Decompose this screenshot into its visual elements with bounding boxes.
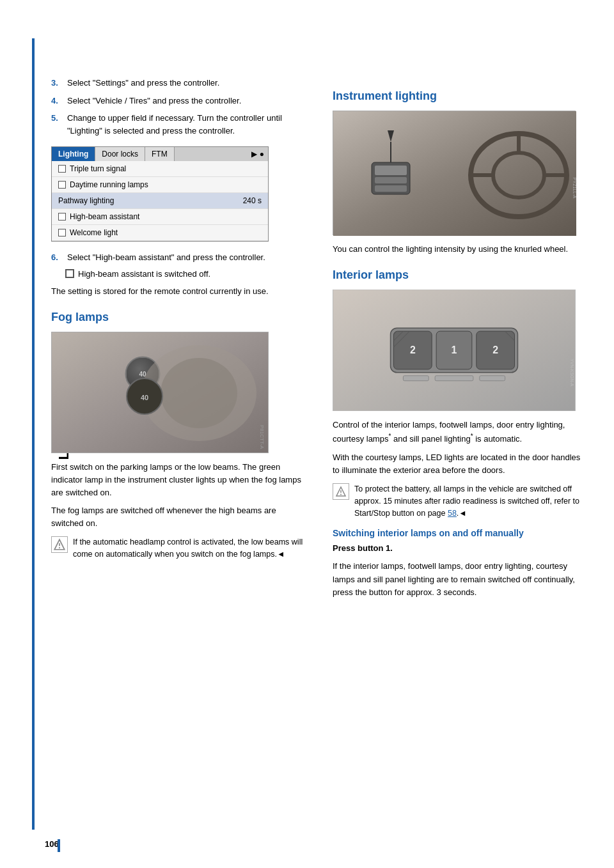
instrument-image: PYZ1LL-A (333, 111, 576, 235)
page-number: 106 (45, 839, 59, 849)
menu-circle-icon: ● (260, 150, 264, 159)
left-column: 3. Select "Settings" and press the contr… (45, 38, 320, 642)
step-6: 6. Select "High-beam assistant" and pres… (51, 251, 307, 264)
menu-tab-doorlocks: Door locks (95, 147, 145, 161)
right-column: Instrument lighting (320, 38, 601, 642)
page-blue-bar (32, 38, 35, 830)
interior-info-text: To protect the battery, all lamps in the… (354, 483, 588, 519)
setting-stored-text: The setting is stored for the remote con… (51, 285, 307, 298)
menu-arrow-icon: ▶ (251, 150, 257, 159)
interior-heading: Interior lamps (333, 268, 588, 282)
svg-rect-33 (403, 376, 429, 381)
instrument-heading: Instrument lighting (333, 89, 588, 103)
svg-rect-35 (480, 376, 505, 381)
step-6-num: 6. (51, 251, 64, 264)
menu-label-highbeam: High-beam assistant (70, 212, 139, 221)
step-6-text: Select "High-beam assistant" and press t… (67, 251, 307, 264)
step-5-text: Change to upper field if necessary. Turn… (67, 112, 307, 137)
checkbox-result-row: High-beam assistant is switched off. (65, 269, 307, 279)
step-3-num: 3. (51, 77, 64, 89)
svg-text:YVN-KSGN-A: YVN-KSGN-A (570, 359, 574, 387)
step-4-num: 4. (51, 95, 64, 107)
step-4-text: Select "Vehicle / Tires" and press the c… (67, 95, 307, 107)
menu-tab-ftm: FTM (145, 147, 175, 161)
step-4: 4. Select "Vehicle / Tires" and press th… (51, 95, 307, 107)
instrument-svg: PYZ1LL-A (333, 111, 576, 236)
menu-row-welcome: Welcome light (52, 225, 268, 241)
svg-point-39 (340, 494, 342, 495)
interior-desc2: With the courtesy lamps, LED lights are … (333, 451, 588, 477)
svg-rect-7 (333, 111, 576, 236)
fog-lamp-svg: 40 (52, 332, 269, 454)
menu-label-triple: Triple turn signal (70, 164, 126, 173)
interior-triangle-icon (335, 486, 347, 497)
svg-point-1 (161, 358, 237, 428)
interior-desc3: If the interior lamps, footwell lamps, d… (333, 560, 588, 598)
manual-switch-heading: Switching interior lamps on and off manu… (333, 528, 588, 538)
fog-desc2: The fog lamps are switched off whenever … (51, 504, 307, 530)
svg-text:2: 2 (410, 345, 416, 355)
step-5: 5. Change to upper field if necessary. T… (51, 112, 307, 137)
svg-text:2: 2 (492, 345, 498, 355)
menu-screenshot: Lighting Door locks FTM ▶ ● Triple turn … (51, 146, 269, 242)
menu-row-triple: Triple turn signal (52, 161, 268, 177)
fog-info-icon-box (51, 536, 68, 553)
svg-rect-18 (375, 185, 407, 192)
step-3-text: Select "Settings" and press the controll… (67, 77, 307, 89)
checkbox-icon (65, 269, 74, 278)
fog-info-text: If the automatic headlamp control is act… (73, 536, 307, 561)
interior-desc1: Control of the interior lamps, footwell … (333, 419, 588, 446)
fog-lamp-image: 40 40 P81CTT-A (51, 332, 269, 453)
menu-checkbox-highbeam (58, 213, 66, 221)
menu-label-pathway: Pathway lighting (58, 196, 114, 205)
menu-label-daytime: Daytime running lamps (70, 180, 148, 189)
svg-rect-34 (435, 376, 473, 381)
interior-desc1-end: is automatic. (473, 435, 523, 444)
svg-text:PYZ1LL-A: PYZ1LL-A (572, 178, 576, 199)
step-5-num: 5. (51, 112, 64, 137)
press-button-strong: Press button 1. (333, 543, 393, 553)
menu-header: Lighting Door locks FTM ▶ ● (52, 147, 268, 161)
menu-row-pathway: Pathway lighting 240 s (52, 193, 268, 209)
menu-checkbox-welcome (58, 229, 66, 236)
svg-point-6 (59, 547, 60, 548)
fog-lamps-heading: Fog lamps (51, 311, 307, 324)
svg-text:1: 1 (452, 345, 457, 355)
menu-row-highbeam: High-beam assistant (52, 209, 268, 225)
fog-triangle-icon (53, 538, 66, 551)
page-link-58: 58 (448, 509, 457, 518)
svg-rect-17 (375, 177, 407, 183)
checkbox-result-text: High-beam assistant is switched off. (78, 269, 210, 279)
fog-info-box: If the automatic headlamp control is act… (51, 536, 307, 561)
menu-checkbox-triple (58, 165, 66, 173)
interior-info-icon-box (333, 483, 349, 500)
press-button-text: Press button 1. (333, 542, 588, 555)
svg-text:40: 40 (141, 394, 148, 401)
interior-diagram-svg: 2 1 2 (333, 290, 575, 411)
menu-tab-right: ▶ ● (248, 147, 268, 161)
menu-checkbox-daytime (58, 181, 66, 189)
step-3: 3. Select "Settings" and press the contr… (51, 77, 307, 89)
fog-image-watermark: P81CTT-A (259, 425, 265, 449)
fog-desc1: First switch on the parking lamps or the… (51, 461, 307, 499)
interior-diagram: 2 1 2 (333, 290, 576, 411)
menu-label-welcome: Welcome light (70, 228, 118, 237)
menu-row-daytime: Daytime running lamps (52, 177, 268, 193)
interior-desc1-suffix: and sill panel lighting (391, 435, 470, 444)
menu-tab-lighting: Lighting (52, 147, 95, 161)
menu-value-pathway: 240 s (243, 196, 262, 205)
svg-rect-16 (375, 166, 407, 175)
page-number-bar (58, 839, 60, 852)
interior-info-box: To protect the battery, all lamps in the… (333, 483, 588, 519)
instrument-desc: You can control the lighting intensity b… (333, 243, 588, 256)
